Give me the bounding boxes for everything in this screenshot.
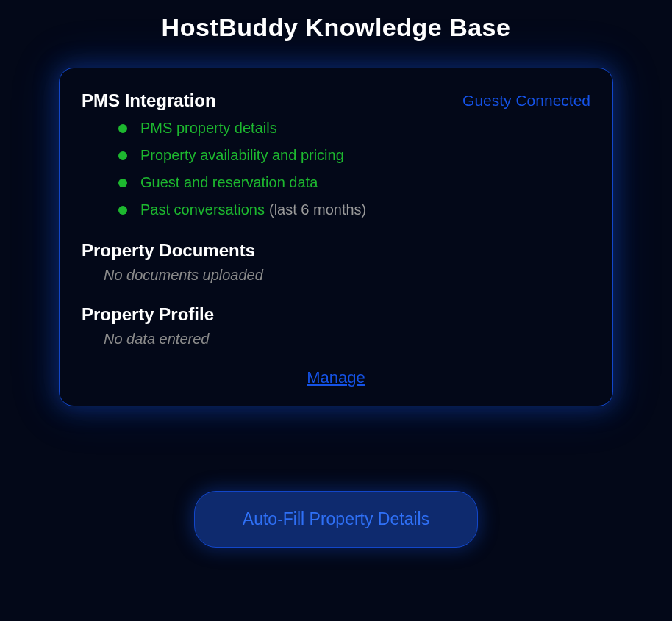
documents-section: Property Documents No documents uploaded [82,240,590,284]
documents-empty-state: No documents uploaded [82,267,590,284]
manage-link[interactable]: Manage [82,368,590,387]
page-title: HostBuddy Knowledge Base [0,0,672,42]
pms-feature-suffix: (last 6 months) [269,201,366,218]
pms-feature-label: PMS property details [140,120,277,137]
pms-section-title: PMS Integration [82,90,216,111]
pms-feature-item: Past conversations (last 6 months) [118,201,590,218]
bullet-icon [118,124,127,133]
pms-feature-label: Past conversations [140,201,265,218]
pms-section-header: PMS Integration Guesty Connected [82,90,590,111]
pms-feature-item: Guest and reservation data [118,174,590,191]
autofill-button[interactable]: Auto-Fill Property Details [194,491,478,548]
bullet-icon [118,206,127,215]
profile-section: Property Profile No data entered [82,304,590,348]
documents-section-title: Property Documents [82,240,590,261]
pms-feature-item: Property availability and pricing [118,147,590,164]
pms-feature-item: PMS property details [118,120,590,137]
action-button-container: Auto-Fill Property Details [0,491,672,548]
bullet-icon [118,179,127,187]
pms-feature-list: PMS property details Property availabili… [82,120,590,218]
pms-connection-status: Guesty Connected [462,92,590,110]
profile-section-title: Property Profile [82,304,590,325]
pms-feature-label: Property availability and pricing [140,147,344,164]
pms-feature-label: Guest and reservation data [140,174,318,191]
profile-empty-state: No data entered [82,331,590,348]
bullet-icon [118,151,127,160]
knowledge-base-card: PMS Integration Guesty Connected PMS pro… [59,68,613,406]
